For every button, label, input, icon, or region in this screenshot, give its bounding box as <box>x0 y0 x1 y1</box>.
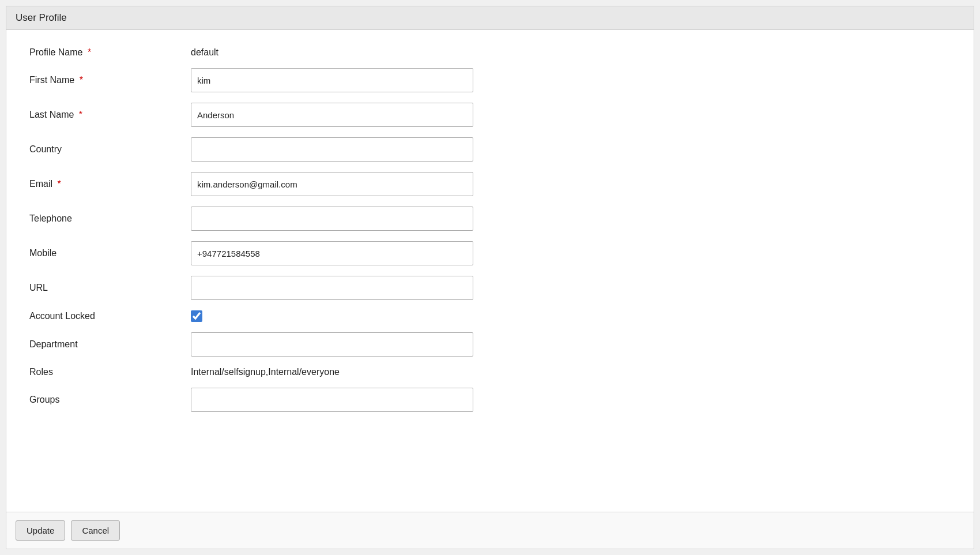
url-input[interactable] <box>191 276 473 300</box>
department-row: Department <box>29 332 951 357</box>
first-name-row: First Name * <box>29 68 951 92</box>
roles-row: Roles Internal/selfsignup,Internal/every… <box>29 367 951 377</box>
required-star: * <box>88 47 91 57</box>
url-row: URL <box>29 276 951 300</box>
email-row: Email * <box>29 172 951 196</box>
user-profile-panel: User Profile Profile Name * default Firs… <box>6 6 974 549</box>
groups-label: Groups <box>29 395 191 405</box>
email-label: Email * <box>29 179 191 189</box>
telephone-label: Telephone <box>29 213 191 224</box>
cancel-button[interactable]: Cancel <box>71 520 120 541</box>
profile-name-row: Profile Name * default <box>29 47 951 58</box>
profile-name-label: Profile Name * <box>29 47 191 58</box>
required-star: * <box>57 179 61 189</box>
url-label: URL <box>29 283 191 293</box>
roles-value: Internal/selfsignup,Internal/everyone <box>191 367 340 377</box>
first-name-label: First Name * <box>29 75 191 85</box>
roles-label: Roles <box>29 367 191 377</box>
panel-footer: Update Cancel <box>6 512 974 549</box>
account-locked-label: Account Locked <box>29 311 191 321</box>
required-star: * <box>79 110 82 119</box>
groups-row: Groups <box>29 388 951 412</box>
account-locked-checkbox[interactable] <box>191 310 202 322</box>
page-wrapper: User Profile Profile Name * default Firs… <box>0 0 980 555</box>
telephone-row: Telephone <box>29 207 951 231</box>
mobile-input[interactable] <box>191 241 473 265</box>
mobile-row: Mobile <box>29 241 951 265</box>
account-locked-row: Account Locked <box>29 310 951 322</box>
account-locked-checkbox-wrapper <box>191 310 202 322</box>
last-name-input[interactable] <box>191 103 473 127</box>
first-name-input[interactable] <box>191 68 473 92</box>
panel-title: User Profile <box>16 12 67 23</box>
country-row: Country <box>29 137 951 162</box>
last-name-label: Last Name * <box>29 110 191 120</box>
panel-header: User Profile <box>6 6 974 30</box>
profile-name-value: default <box>191 47 218 58</box>
mobile-label: Mobile <box>29 248 191 258</box>
required-star: * <box>80 75 83 85</box>
last-name-row: Last Name * <box>29 103 951 127</box>
panel-body: Profile Name * default First Name * Last… <box>6 30 974 512</box>
telephone-input[interactable] <box>191 207 473 231</box>
email-input[interactable] <box>191 172 473 196</box>
department-input[interactable] <box>191 332 473 357</box>
country-label: Country <box>29 144 191 155</box>
groups-input[interactable] <box>191 388 473 412</box>
department-label: Department <box>29 339 191 350</box>
update-button[interactable]: Update <box>16 520 65 541</box>
country-input[interactable] <box>191 137 473 162</box>
